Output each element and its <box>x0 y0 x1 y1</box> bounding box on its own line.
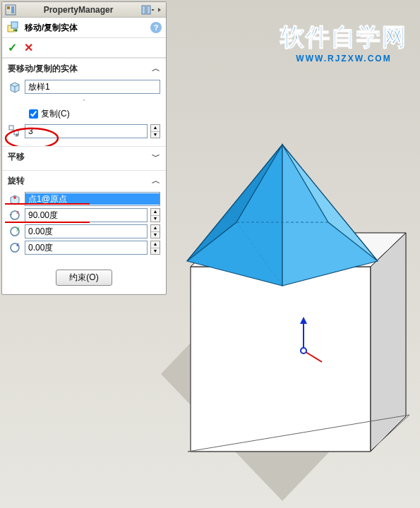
section-bodies: 要移动/复制的实体 ︿ ◦ 复制(C) # ▲▼ <box>2 58 166 146</box>
rotate-y-input[interactable] <box>25 224 148 238</box>
copy-count-input[interactable] <box>25 124 148 138</box>
constraint-button[interactable]: 约束(O) <box>56 270 112 286</box>
section-translate-label: 平移 <box>8 151 25 163</box>
svg-text:#: # <box>16 132 19 138</box>
svg-rect-18 <box>142 6 145 14</box>
section-rotate-label: 旋转 <box>8 175 25 187</box>
svg-rect-17 <box>11 6 14 13</box>
rotate-z-spinner[interactable]: ▲▼ <box>150 241 160 255</box>
layout-icon <box>5 4 16 16</box>
svg-marker-1 <box>191 267 371 452</box>
svg-text:z: z <box>16 241 19 248</box>
section-translate-head[interactable]: 平移 ﹀ <box>8 151 160 166</box>
pattern-count-icon: # <box>8 124 22 138</box>
copy-label: 复制(C) <box>41 108 70 120</box>
rotate-axis-value: 点1@原点 <box>25 193 160 205</box>
body-selection-input[interactable] <box>25 80 160 94</box>
watermark: 软件自学网 WWW.RJZXW.COM <box>280 21 407 64</box>
move-copy-icon <box>6 20 20 35</box>
svg-point-32 <box>13 196 16 199</box>
spin-up[interactable]: ▲ <box>151 125 160 132</box>
rotate-axis-input[interactable]: 点1@原点 <box>25 192 160 206</box>
copy-checkbox[interactable] <box>29 109 38 119</box>
rotate-x-input[interactable] <box>25 208 148 222</box>
copy-count-spinner[interactable]: ▲▼ <box>150 124 160 138</box>
titlebar: PropertyManager <box>2 2 166 18</box>
rotate-x-icon: x <box>8 208 22 222</box>
titlebar-title: PropertyManager <box>16 5 140 15</box>
watermark-url: WWW.RJZXW.COM <box>280 54 407 64</box>
section-translate: 平移 ﹀ <box>2 146 166 170</box>
chevron-up-icon: ︿ <box>152 175 160 187</box>
rotate-y-icon: y <box>8 224 22 238</box>
property-manager-panel: PropertyManager 移动/复制实体 ? ✓ ✕ 要移动/复制的实体 … <box>1 1 167 295</box>
feature-header: 移动/复制实体 ? <box>2 18 166 38</box>
help-icon[interactable]: ? <box>150 22 162 33</box>
rotate-x-spinner[interactable]: ▲▼ <box>150 208 160 222</box>
spin-down[interactable]: ▼ <box>151 132 160 138</box>
rotate-y-spinner[interactable]: ▲▼ <box>150 224 160 238</box>
cube-icon <box>8 80 22 94</box>
pin-icon[interactable] <box>152 4 163 16</box>
svg-point-14 <box>301 348 306 353</box>
cancel-button[interactable]: ✕ <box>24 41 33 54</box>
svg-rect-19 <box>147 6 150 14</box>
column-icon[interactable] <box>140 4 152 16</box>
rotate-z-input[interactable] <box>25 241 148 255</box>
section-rotate-head[interactable]: 旋转 ︿ <box>8 175 160 190</box>
section-bodies-head[interactable]: 要移动/复制的实体 ︿ <box>8 63 160 78</box>
section-bodies-label: 要移动/复制的实体 <box>8 63 78 75</box>
ok-button[interactable]: ✓ <box>8 41 17 54</box>
rotate-origin-icon <box>8 192 22 206</box>
list-resize-grip[interactable]: ◦ <box>8 96 160 104</box>
svg-text:y: y <box>16 225 19 231</box>
watermark-text: 软件自学网 <box>280 21 407 54</box>
svg-rect-22 <box>11 22 18 28</box>
rotate-z-icon: z <box>8 241 22 255</box>
ok-cancel-bar: ✓ ✕ <box>2 38 166 58</box>
chevron-up-icon: ︿ <box>152 63 160 75</box>
section-rotate: 旋转 ︿ 点1@原点 x ▲▼ y ▲▼ z ▲▼ <box>2 170 166 262</box>
svg-text:x: x <box>16 209 19 215</box>
svg-marker-3 <box>371 233 406 452</box>
feature-title: 移动/复制实体 <box>25 22 150 34</box>
svg-rect-27 <box>9 126 13 130</box>
svg-rect-16 <box>7 6 10 9</box>
chevron-down-icon: ﹀ <box>152 151 160 163</box>
